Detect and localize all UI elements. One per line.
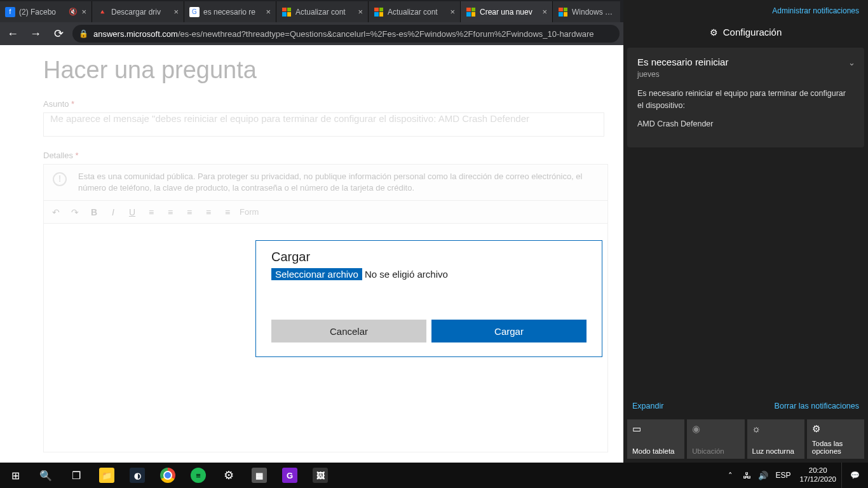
close-icon[interactable]: ×: [81, 7, 86, 17]
gear-icon: ⚙: [812, 423, 859, 435]
app-icon[interactable]: ▦: [244, 463, 275, 488]
cancel-button[interactable]: Cancelar: [271, 320, 426, 342]
close-icon[interactable]: ×: [542, 7, 547, 17]
close-icon[interactable]: ×: [450, 7, 455, 17]
action-center: Administrar notificaciones ⚙ Configuraci…: [623, 0, 868, 463]
gog-icon[interactable]: G: [275, 463, 305, 488]
tile-tablet-mode[interactable]: ▭Modo tableta: [627, 419, 684, 459]
choose-file-button[interactable]: Seleccionar archivo: [271, 268, 362, 280]
omnibox[interactable]: 🔒 answers.microsoft.com/es-es/newthread?…: [72, 25, 620, 43]
microsoft-icon: [558, 7, 568, 17]
search-button[interactable]: 🔍: [31, 463, 61, 488]
dialog-title: Cargar: [271, 250, 587, 264]
forward-button[interactable]: →: [27, 25, 44, 43]
chevron-down-icon[interactable]: ⌄: [848, 58, 855, 67]
facebook-icon: f: [5, 7, 15, 17]
clock[interactable]: 20:20 17/12/2020: [794, 466, 841, 484]
taskbar: ⊞ 🔍 ❐ 📁 ◐ ≡ ⚙ ▦ G 🖼 ˄ 🖧 🔊 ESP 20:20 17/1…: [0, 463, 868, 488]
tray-chevron-icon[interactable]: ˄: [722, 471, 738, 480]
upload-dialog: Cargar Seleccionar archivo No se eligió …: [255, 240, 602, 357]
task-view-button[interactable]: ❐: [61, 463, 92, 488]
tab-facebook[interactable]: f (2) Facebo 🔇 ×: [0, 1, 92, 22]
notification-card[interactable]: ⌄ Es necesario reiniciar jueves Es neces…: [627, 48, 864, 147]
volume-icon[interactable]: 🔊: [755, 471, 771, 480]
page-content: Hacer una pregunta Asunto * Me aparece e…: [0, 45, 623, 463]
microsoft-icon: [466, 7, 476, 17]
microsoft-icon: [281, 7, 292, 17]
location-icon: ◉: [692, 423, 739, 435]
tile-all-settings[interactable]: ⚙Todas las opciones: [807, 419, 864, 459]
settings-icon[interactable]: ⚙: [214, 463, 244, 488]
config-header: ⚙ Configuración: [623, 19, 868, 48]
quick-action-tiles: ▭Modo tableta ◉Ubicación ☼Luz nocturna ⚙…: [623, 417, 868, 463]
notification-body: Es necesario reiniciar el equipo para te…: [637, 88, 854, 112]
notification-device: AMD Crash Defender: [637, 118, 854, 130]
tab-google[interactable]: G es necesario re ×: [184, 1, 276, 22]
url-text: answers.microsoft.com/es-es/newthread?th…: [93, 29, 594, 39]
file-explorer-icon[interactable]: 📁: [92, 463, 122, 488]
language-indicator[interactable]: ESP: [771, 471, 794, 480]
google-icon: G: [189, 7, 200, 17]
clear-notifications-link[interactable]: Borrar las notificaciones: [775, 402, 859, 410]
tab-title: Actualizar cont: [388, 8, 446, 17]
start-button[interactable]: ⊞: [0, 463, 31, 488]
tab-ms1[interactable]: Actualizar cont ×: [276, 1, 369, 22]
upload-button[interactable]: Cargar: [431, 320, 587, 342]
tab-active[interactable]: Crear una nuev ×: [461, 1, 553, 22]
notification-day: jueves: [637, 70, 854, 79]
lock-icon: 🔒: [79, 29, 88, 38]
photos-icon[interactable]: 🖼: [305, 463, 336, 488]
back-button[interactable]: ←: [4, 25, 22, 43]
address-bar: ← → ⟳ 🔒 answers.microsoft.com/es-es/newt…: [0, 22, 623, 45]
reload-button[interactable]: ⟳: [50, 25, 67, 43]
tab-title: (2) Facebo: [19, 8, 65, 17]
action-center-button[interactable]: 💬: [841, 463, 868, 488]
tablet-icon: ▭: [632, 423, 679, 435]
mute-icon[interactable]: 🔇: [69, 8, 78, 16]
tab-title: Crear una nuev: [480, 8, 538, 17]
tab-amd[interactable]: 🔺 Descargar driv ×: [92, 1, 184, 22]
spotify-icon[interactable]: ≡: [183, 463, 214, 488]
tab-title: Descargar driv: [111, 8, 170, 17]
close-icon[interactable]: ×: [173, 7, 179, 17]
expand-link[interactable]: Expandir: [632, 402, 663, 410]
amd-icon: 🔺: [97, 7, 107, 17]
tab-title: es necesario re: [203, 8, 262, 17]
gear-icon: ⚙: [710, 27, 718, 37]
network-icon[interactable]: 🖧: [738, 471, 755, 480]
close-icon[interactable]: ×: [358, 7, 363, 17]
tile-night-light[interactable]: ☼Luz nocturna: [747, 419, 804, 459]
tab-ms4[interactable]: Windows Hard: [553, 1, 620, 22]
tab-title: Windows Hard: [572, 8, 615, 17]
sun-icon: ☼: [752, 423, 799, 434]
close-icon[interactable]: ×: [266, 7, 271, 17]
notification-title: Es necesario reiniciar: [637, 57, 854, 67]
steam-icon[interactable]: ◐: [122, 463, 153, 488]
tab-title: Actualizar cont: [295, 8, 354, 17]
tile-location[interactable]: ◉Ubicación: [687, 419, 744, 459]
microsoft-icon: [374, 7, 384, 17]
manage-notifications-link[interactable]: Administrar notificaciones: [772, 6, 859, 15]
tab-ms2[interactable]: Actualizar cont ×: [369, 1, 461, 22]
chrome-icon[interactable]: [153, 463, 183, 488]
file-status: No se eligió archivo: [365, 269, 448, 280]
